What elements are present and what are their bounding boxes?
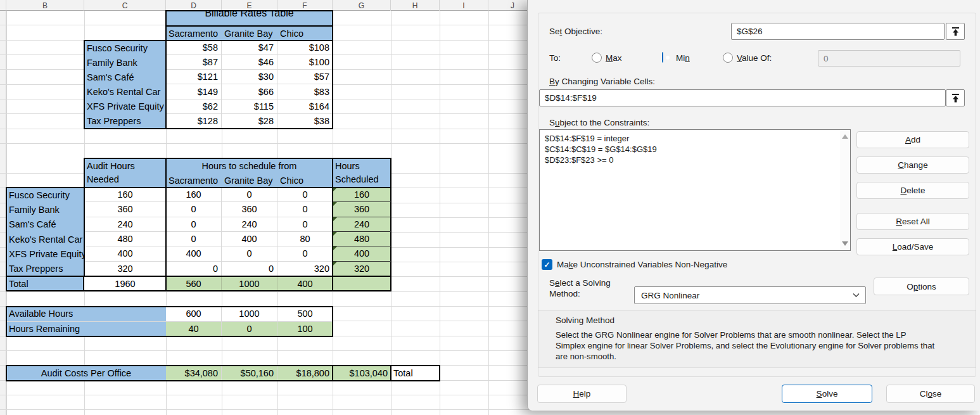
close-button[interactable]: Close (886, 385, 975, 403)
cell[interactable]: Hours to schedule from (166, 158, 333, 173)
cell[interactable]: 0 (222, 262, 277, 276)
cell[interactable]: $30 (222, 70, 277, 84)
max-radio-label[interactable]: Max (606, 53, 622, 63)
cell[interactable]: Granite Bay (222, 173, 277, 188)
value-of-radio-label[interactable]: Value Of: (737, 53, 772, 63)
scroll-up-icon[interactable] (842, 134, 848, 139)
changing-cells-input[interactable]: $D$14:$F$19 (539, 89, 946, 106)
column-header-B[interactable]: B (6, 0, 84, 11)
cell[interactable]: $108 (277, 41, 333, 55)
audit-costs-label[interactable]: Audit Costs Per Office (6, 366, 166, 381)
min-radio[interactable] (662, 52, 663, 63)
cell[interactable]: 500 (277, 307, 333, 322)
cell[interactable]: Family Bank (84, 55, 166, 70)
cell[interactable]: $62 (166, 99, 222, 114)
cell[interactable]: $47 (222, 41, 277, 55)
cell[interactable]: Chico (277, 26, 333, 41)
column-header-I[interactable]: I (440, 0, 488, 11)
delete-button[interactable]: Delete (856, 182, 969, 199)
select-all-corner[interactable] (0, 0, 6, 11)
cell[interactable]: 400 (222, 232, 277, 246)
add-button[interactable]: Add (856, 131, 969, 148)
cell[interactable]: Granite Bay (222, 26, 277, 41)
cell[interactable]: 0 (166, 262, 222, 276)
cell[interactable]: Sacramento (166, 173, 222, 188)
constraint-item[interactable]: $C$14:$C$19 = $G$14:$G$19 (540, 144, 850, 155)
hours-remaining-label[interactable]: Hours Remaining (6, 322, 166, 337)
non-negative-label[interactable]: Make Unconstrained Variables Non-Negativ… (557, 260, 727, 269)
cell[interactable]: $58 (166, 41, 222, 55)
cell[interactable]: 0 (277, 217, 333, 232)
cell[interactable]: 160 (333, 188, 391, 202)
cell[interactable]: Sam's Café (6, 217, 84, 232)
cell[interactable]: 360 (222, 202, 277, 217)
rates-table-title-cell[interactable]: Billable Rates Table (166, 11, 333, 26)
cell[interactable]: 400 (333, 246, 391, 261)
cell[interactable]: 400 (277, 276, 333, 291)
constraint-item[interactable]: $D$23:$F$23 >= 0 (540, 155, 850, 165)
cell[interactable]: $100 (277, 55, 333, 70)
column-header-C[interactable]: C (84, 0, 166, 11)
total-label-cell[interactable]: Total (6, 276, 84, 291)
load-save-button[interactable]: Load/Save (856, 238, 969, 255)
cell[interactable]: Fusco Security (6, 188, 84, 202)
options-button[interactable]: Options (874, 278, 969, 295)
cell[interactable]: Sam's Café (84, 70, 166, 84)
cell[interactable]: 0 (166, 232, 222, 246)
cell[interactable]: 160 (166, 188, 222, 202)
cell[interactable]: 360 (333, 202, 391, 217)
available-hours-label[interactable]: Available Hours (6, 307, 166, 322)
cell[interactable]: Tax Preppers (6, 262, 84, 276)
constraints-listbox[interactable]: $D$14:$F$19 = integer $C$14:$C$19 = $G$1… (539, 129, 851, 251)
cell[interactable]: 0 (222, 188, 277, 202)
cell[interactable]: 1960 (84, 276, 166, 291)
schedule-scheduled-header[interactable]: Hours Scheduled (333, 158, 391, 188)
cell[interactable]: $149 (166, 84, 222, 99)
cell[interactable]: 400 (166, 246, 222, 261)
cell[interactable]: 240 (222, 217, 277, 232)
cell[interactable]: 160 (84, 188, 166, 202)
cell[interactable]: $46 (222, 55, 277, 70)
cell[interactable]: Keko's Rental Car (84, 84, 166, 99)
cell[interactable]: Chico (277, 173, 333, 188)
cell[interactable]: 320 (84, 262, 166, 276)
audit-costs-total-label-cell[interactable]: Total (391, 366, 440, 381)
non-negative-checkbox[interactable]: ✓ (542, 259, 552, 270)
cell[interactable]: $115 (222, 99, 277, 114)
cell[interactable]: Fusco Security (84, 41, 166, 55)
cell[interactable]: XFS Private Equity (84, 99, 166, 114)
cell[interactable]: 40 (166, 322, 222, 337)
constraint-item[interactable]: $D$14:$F$19 = integer (540, 130, 850, 144)
column-header-D[interactable]: D (166, 0, 222, 11)
schedule-needed-header[interactable]: Audit Hours Needed (84, 158, 166, 188)
value-of-input[interactable]: 0 (818, 50, 960, 67)
change-button[interactable]: Change (856, 156, 969, 174)
reset-all-button[interactable]: Reset All (856, 213, 969, 230)
cell[interactable]: $83 (277, 84, 333, 99)
cell[interactable]: $28 (222, 114, 277, 129)
solve-button[interactable]: Solve (782, 385, 872, 403)
cell[interactable]: 240 (84, 217, 166, 232)
scroll-down-icon[interactable] (842, 241, 848, 246)
cell[interactable]: $87 (166, 55, 222, 70)
cell[interactable]: 480 (84, 232, 166, 246)
cell[interactable]: 0 (277, 246, 333, 261)
cell[interactable]: $38 (277, 114, 333, 129)
min-radio-label[interactable]: Min (676, 53, 690, 63)
cell[interactable]: $34,080 (166, 366, 222, 381)
column-header-G[interactable]: G (333, 0, 391, 11)
cell[interactable]: 0 (222, 246, 277, 261)
cell[interactable]: 0 (166, 202, 222, 217)
cell[interactable]: Sacramento (166, 26, 222, 41)
cell[interactable]: 0 (277, 202, 333, 217)
cell[interactable]: 360 (84, 202, 166, 217)
cell[interactable]: $121 (166, 70, 222, 84)
cell[interactable]: Family Bank (6, 202, 84, 217)
cell[interactable]: Keko's Rental Car (6, 232, 84, 246)
max-radio[interactable] (592, 53, 602, 63)
cell[interactable]: 1000 (222, 276, 277, 291)
cell[interactable]: XFS Private Equity (6, 246, 84, 261)
column-header-F[interactable]: F (277, 0, 333, 11)
cell[interactable]: 1000 (222, 307, 277, 322)
cell[interactable]: 400 (84, 246, 166, 261)
